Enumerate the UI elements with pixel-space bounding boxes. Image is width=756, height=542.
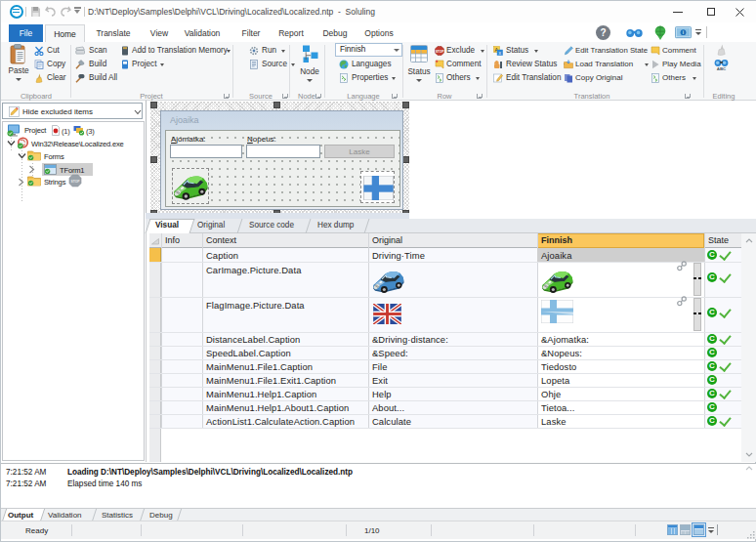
svg-text:i: i (683, 29, 684, 35)
svg-text:STOP: STOP (436, 49, 444, 53)
svg-text:STOP: STOP (70, 180, 80, 184)
svg-text:ABC: ABC (717, 66, 727, 71)
